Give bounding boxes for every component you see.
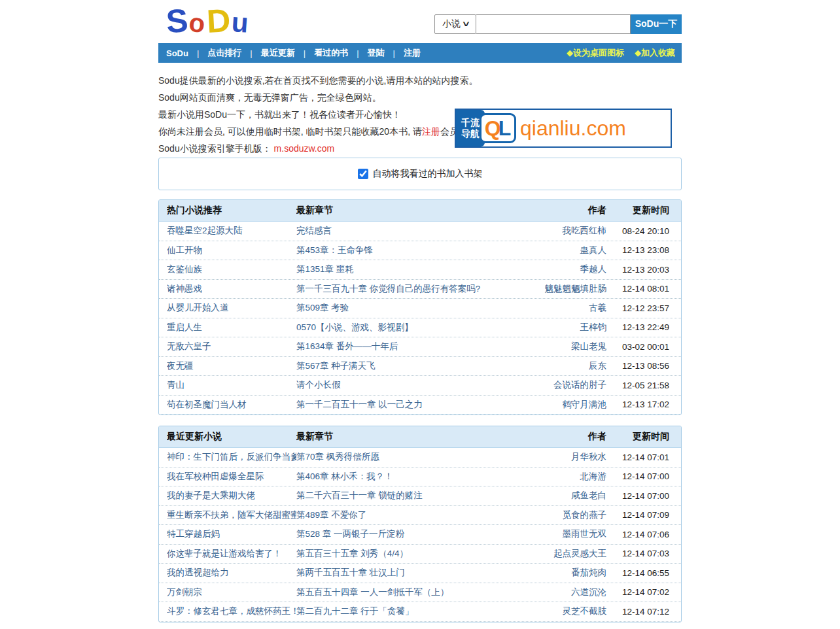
chapter-link[interactable]: 第两千五百五十章 壮汉上门 — [296, 567, 521, 579]
author-link[interactable]: 番茄炖肉 — [521, 567, 606, 579]
ad-text: 导航 — [461, 128, 480, 139]
table-header-row: 热门小说推荐最新章节作者更新时间 — [159, 200, 681, 222]
table-row: 仙工开物第453章：王命争锋蛊真人12-13 23:08 — [159, 241, 681, 261]
qianliu-ad-banner[interactable]: 千流 导航 Q L qianliu.com — [455, 109, 672, 148]
chapter-link[interactable]: 请个小长假 — [296, 379, 521, 391]
update-time: 12-14 07:00 — [606, 491, 669, 501]
chapter-link[interactable]: 第489章 不爱你了 — [296, 509, 521, 521]
chapter-link[interactable]: 第567章 种子满天飞 — [296, 360, 521, 372]
chapter-link[interactable]: 第二百九十二章 行于「贪饕」 — [296, 605, 521, 617]
author-link[interactable]: 六道沉沦 — [521, 586, 606, 598]
update-time: 12-14 07:02 — [606, 587, 669, 597]
mobile-site-link[interactable]: m.soduzw.com — [274, 143, 335, 154]
nav-item-5[interactable]: 注册 — [404, 47, 421, 59]
top-bar: SoDu 小说 ˅ SoDu一下 — [158, 0, 682, 43]
author-link[interactable]: 魑魅魍魉填肚肠 — [521, 283, 606, 295]
chapter-link[interactable]: 第1634章 番外——十年后 — [296, 341, 521, 352]
sodu-logo[interactable]: SoDu — [166, 1, 250, 42]
book-title-link[interactable]: 无敌六皇子 — [167, 341, 296, 352]
author-link[interactable]: 咸鱼老白 — [521, 490, 606, 502]
book-title-link[interactable]: 诸神愚戏 — [167, 283, 296, 295]
intro-line: Sodu网站页面清爽，无毒无弹窗广告，完全绿色网站。 — [158, 89, 682, 106]
book-title-link[interactable]: 我的透视超给力 — [167, 567, 296, 579]
update-time: 12-14 07:12 — [606, 607, 669, 617]
column-header: 作者 — [521, 205, 606, 216]
intro-text: Sodu小说搜索引擎手机版： — [158, 143, 271, 154]
chapter-link[interactable]: 完结感言 — [296, 225, 521, 237]
author-link[interactable]: 墨雨世无双 — [521, 528, 606, 540]
chapter-link[interactable]: 第509章 考验 — [296, 302, 521, 314]
table-row: 吞噬星空2起源大陆完结感言我吃西红柿08-24 20:10 — [159, 222, 681, 241]
chapter-link[interactable]: 第453章：王命争锋 — [296, 245, 521, 256]
book-title-link[interactable]: 神印：生下门笛后，反派们争当爹 — [167, 451, 296, 463]
add-favorite-link[interactable]: ◆加入收藏 — [635, 47, 675, 59]
nav-item-3[interactable]: 看过的书 — [314, 47, 348, 59]
book-title-link[interactable]: 夜无疆 — [167, 360, 296, 372]
book-title-link[interactable]: 斗罗：修玄君七章，成慈怀药王！ — [167, 605, 296, 617]
chapter-link[interactable]: 第406章 林小禾：我？！ — [296, 471, 521, 483]
author-link[interactable]: 鹤守月满池 — [521, 399, 606, 411]
recent-updates-table: 最近更新小说最新章节作者更新时间 神印：生下门笛后，反派们争当爹第70章 枫秀得… — [158, 426, 682, 622]
nav-item-1[interactable]: 点击排行 — [207, 47, 241, 59]
nav-item-2[interactable]: 最近更新 — [261, 47, 295, 59]
book-title-link[interactable]: 从婴儿开始入道 — [167, 302, 296, 314]
book-title-link[interactable]: 仙工开物 — [167, 245, 296, 256]
author-link[interactable]: 梁山老鬼 — [521, 341, 606, 352]
chapter-link[interactable]: 第1351章 噩耗 — [296, 264, 521, 275]
author-link[interactable]: 季越人 — [521, 264, 606, 275]
nav-item-0[interactable]: SoDu — [166, 48, 188, 58]
chapter-link[interactable]: 第五百三十五章 刘秀（4/4） — [296, 548, 521, 560]
nav-item-4[interactable]: 登陆 — [368, 47, 385, 59]
auto-add-bookshelf-checkbox[interactable] — [358, 169, 368, 179]
book-title-link[interactable]: 吞噬星空2起源大陆 — [167, 225, 296, 237]
book-title-link[interactable]: 青山 — [167, 379, 296, 391]
book-title-link[interactable]: 玄鉴仙族 — [167, 264, 296, 275]
chapter-link[interactable]: 第二千六百三十一章 锁链的赌注 — [296, 490, 521, 502]
auto-add-bookshelf-label: 自动将我看过的书加入书架 — [373, 168, 483, 180]
book-title-link[interactable]: 苟在初圣魔门当人材 — [167, 399, 296, 411]
author-link[interactable]: 辰东 — [521, 360, 606, 372]
author-link[interactable]: 北海游 — [521, 471, 606, 483]
update-time: 12-13 22:49 — [606, 322, 669, 332]
set-desktop-icon-link[interactable]: ◆设为桌面图标 — [567, 47, 624, 59]
table-row: 特工穿越后妈第528 章 一两银子一斤淀粉墨雨世无双12-14 07:06 — [159, 525, 681, 545]
logo-letter: S — [165, 0, 190, 41]
book-title-link[interactable]: 万剑朝宗 — [167, 586, 296, 598]
update-time: 12-14 08:01 — [606, 284, 669, 294]
chapter-link[interactable]: 第五百五十四章 一人一剑抵千军（上） — [296, 586, 521, 598]
table-row: 我的妻子是大乘期大佬第二千六百三十一章 锁链的赌注咸鱼老白12-14 07:00 — [159, 486, 681, 506]
search-input[interactable] — [476, 14, 631, 34]
author-link[interactable]: 古羲 — [521, 302, 606, 314]
update-time: 08-24 20:10 — [606, 226, 669, 236]
book-title-link[interactable]: 重启人生 — [167, 322, 296, 333]
update-time: 12-12 23:57 — [606, 303, 669, 313]
author-link[interactable]: 灵芝不截肢 — [521, 605, 606, 617]
bookshelf-option-panel: 自动将我看过的书加入书架 — [158, 158, 682, 190]
author-link[interactable]: 王梓钧 — [521, 322, 606, 333]
nav-separator: | — [357, 48, 359, 58]
author-link[interactable]: 蛊真人 — [521, 245, 606, 256]
search-button[interactable]: SoDu一下 — [631, 14, 682, 34]
author-link[interactable]: 我吃西红柿 — [521, 225, 606, 237]
update-time: 12-14 07:06 — [606, 530, 669, 539]
book-title-link[interactable]: 重生断亲不扶弟，随军大佬甜蜜蜜 — [167, 509, 296, 521]
search-category-select[interactable]: 小说 ˅ — [434, 14, 476, 34]
register-link[interactable]: 注册 — [422, 126, 440, 137]
chapter-link[interactable]: 第528 章 一两银子一斤淀粉 — [296, 528, 521, 540]
table-body: 神印：生下门笛后，反派们争当爹第70章 枫秀得偿所愿月华秋水12-14 07:0… — [159, 448, 681, 622]
chapter-link[interactable]: 第一千三百九十章 你觉得自己的愚行有答案吗? — [296, 283, 521, 295]
logo-letter: o — [188, 2, 209, 42]
author-link[interactable]: 月华秋水 — [521, 451, 606, 463]
book-title-link[interactable]: 特工穿越后妈 — [167, 528, 296, 540]
chapter-link[interactable]: 第一千二百五十一章 以一己之力 — [296, 399, 521, 411]
chapter-link[interactable]: 第70章 枫秀得偿所愿 — [296, 451, 521, 463]
author-link[interactable]: 觅食的燕子 — [521, 509, 606, 521]
author-link[interactable]: 起点灵感大王 — [521, 548, 606, 560]
chapter-link[interactable]: 0570【小说、游戏、影视剧】 — [296, 322, 521, 333]
book-title-link[interactable]: 我的妻子是大乘期大佬 — [167, 490, 296, 502]
search-bar: 小说 ˅ SoDu一下 — [434, 14, 682, 34]
author-link[interactable]: 会说话的肘子 — [521, 379, 606, 391]
book-title-link[interactable]: 你这辈子就是让游戏给害了！ — [167, 548, 296, 560]
book-title-link[interactable]: 我在军校种田虐爆全星际 — [167, 471, 296, 483]
chevron-down-icon: ˅ — [463, 20, 470, 29]
